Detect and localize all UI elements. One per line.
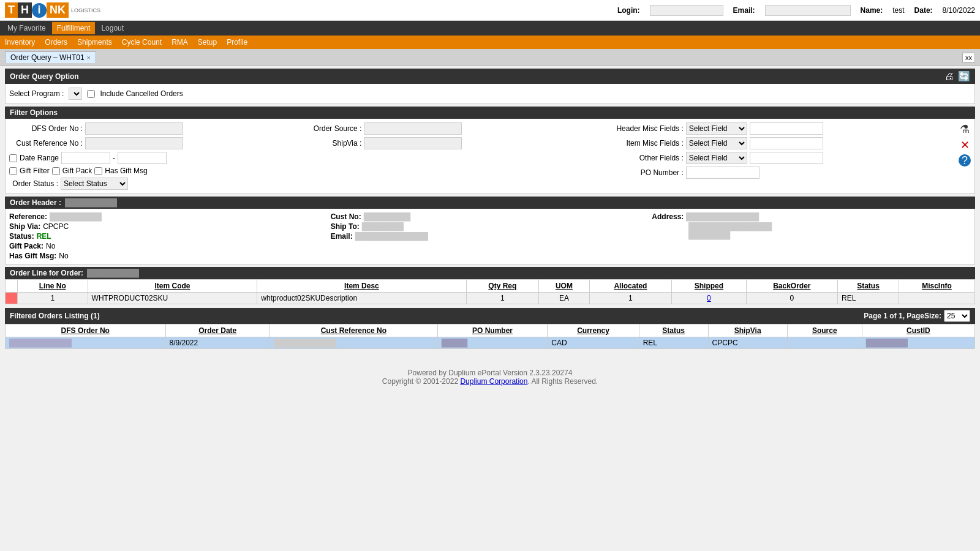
col-uom[interactable]: UOM — [539, 280, 589, 293]
col-line-no-label[interactable]: Line No — [18, 280, 88, 293]
email-input[interactable] — [765, 5, 851, 16]
col-source[interactable]: Source — [787, 324, 862, 337]
nav-inventory[interactable]: Inventory — [5, 37, 35, 48]
line-no: 1 — [18, 293, 88, 304]
col-item-code[interactable]: Item Code — [88, 280, 257, 293]
fo-source — [787, 337, 862, 349]
header-misc-input[interactable] — [750, 122, 823, 135]
date-range-to[interactable] — [118, 152, 167, 164]
nav-profile[interactable]: Profile — [227, 37, 247, 48]
item-misc-select[interactable]: Select Field — [686, 137, 747, 149]
line-backorder: 0 — [746, 293, 838, 304]
dfs-order-input[interactable] — [85, 122, 183, 135]
filter-icon[interactable]: ⚗ — [960, 122, 970, 136]
nav-setup[interactable]: Setup — [198, 37, 217, 48]
nav-fulfillment[interactable]: Fulfillment — [52, 22, 96, 34]
col-po-number[interactable]: PO Number — [437, 324, 548, 337]
logo: T H i NK LOGISTICS — [5, 2, 100, 18]
oh-cust-no-label: Cust No: — [331, 212, 361, 221]
top-bar: T H i NK LOGISTICS Login: Email: Name: t… — [0, 0, 980, 21]
col-order-date[interactable]: Order Date — [165, 324, 270, 337]
col-miscinfo[interactable]: MiscInfo — [899, 280, 974, 293]
include-cancelled-label: Include Cancelled Orders — [100, 89, 183, 98]
oh-address-value: ██████████████ — [686, 212, 759, 221]
col-allocated[interactable]: Allocated — [589, 280, 672, 293]
program-select[interactable] — [69, 88, 82, 100]
export-icon[interactable]: 🖨 — [944, 71, 954, 82]
filtered-orders-body: DFS Order No Order Date Cust Reference N… — [5, 324, 975, 349]
refresh-icon[interactable]: 🔄 — [958, 70, 970, 82]
ship-via-input[interactable] — [364, 137, 462, 149]
col-shipped[interactable]: Shipped — [672, 280, 746, 293]
header-misc-select[interactable]: Select Field — [686, 122, 747, 135]
nav-logout[interactable]: Logout — [96, 22, 129, 34]
po-number-input[interactable] — [686, 167, 760, 179]
tab-order-query[interactable]: Order Query – WHT01 × — [5, 51, 96, 63]
filtered-orders-title: Filtered Orders Listing (1) — [10, 312, 100, 320]
date-range-checkbox[interactable] — [9, 154, 17, 162]
clear-filter-icon[interactable]: ✕ — [960, 138, 970, 152]
oqo-right-icons: 🖨 🔄 — [944, 70, 970, 82]
line-qty-req: 1 — [466, 293, 539, 304]
col-status[interactable]: Status — [838, 280, 899, 293]
logo-i: i — [32, 3, 47, 18]
line-miscinfo — [899, 293, 974, 304]
nav-orders[interactable]: Orders — [45, 37, 67, 48]
gift-filter-checkbox[interactable] — [9, 167, 17, 175]
help-icon[interactable]: ? — [959, 154, 971, 167]
include-cancelled-checkbox[interactable] — [87, 90, 95, 98]
date-range-label: Date Range — [20, 154, 59, 162]
order-line-table: Line No Item Code Item Desc Qty Req UOM … — [5, 279, 975, 304]
col-line-no[interactable] — [6, 280, 18, 293]
cust-ref-input[interactable] — [85, 137, 183, 149]
other-fields-input[interactable] — [750, 152, 823, 164]
header-misc-label: Header Misc Fields : — [604, 124, 684, 133]
tab-xx-button[interactable]: xx — [962, 53, 975, 62]
order-line-section: Order Line for Order: ██████████ Line No… — [5, 267, 975, 304]
filtered-orders-header: Filtered Orders Listing (1) Page 1 of 1,… — [5, 308, 975, 324]
page-size-select[interactable]: 25 50 100 — [944, 310, 970, 322]
cust-ref-row: Cust Reference No : — [9, 137, 296, 149]
col-item-desc[interactable]: Item Desc — [257, 280, 466, 293]
item-misc-input[interactable] — [750, 137, 823, 149]
name-value: test — [892, 6, 904, 15]
fo-status: REL — [639, 337, 708, 349]
nav-cycle-count[interactable]: Cycle Count — [122, 37, 162, 48]
col-dfs-order-no[interactable]: DFS Order No — [6, 324, 166, 337]
col-backorder[interactable]: BackOrder — [746, 280, 838, 293]
date-range-dash: - — [113, 154, 115, 162]
fo-dfs-order-no[interactable]: ████████████ — [6, 337, 166, 349]
order-line-title-bar: Order Line for Order: ██████████ — [5, 267, 975, 279]
tab-close-icon[interactable]: × — [87, 54, 91, 61]
oh-ship-via-label: Ship Via: — [9, 222, 40, 231]
filtered-orders-row[interactable]: ████████████ 8/9/2022 ████████████ █████… — [6, 337, 975, 349]
filter-options-row: DFS Order No : Cust Reference No : Date … — [9, 122, 971, 190]
header-info: Login: Email: Name: test Date: 8/10/2022 — [617, 5, 975, 16]
order-header-mid: Cust No: █████████ Ship To: ████████ Ema… — [331, 212, 650, 260]
fo-currency: CAD — [548, 337, 639, 349]
col-cust-ref-no[interactable]: Cust Reference No — [270, 324, 438, 337]
has-gift-msg-checkbox[interactable] — [94, 167, 102, 175]
oh-ship-to-label: Ship To: — [331, 222, 360, 231]
oh-status-label: Status: — [9, 232, 34, 241]
col-qty-req[interactable]: Qty Req — [466, 280, 539, 293]
nav-rma[interactable]: RMA — [172, 37, 188, 48]
other-fields-select[interactable]: Select Field — [686, 152, 747, 164]
gift-pack-checkbox[interactable] — [52, 167, 60, 175]
nav-my-favorite[interactable]: My Favorite — [2, 22, 51, 34]
order-source-input[interactable] — [364, 122, 462, 135]
program-row: Select Program : Include Cancelled Order… — [9, 88, 971, 100]
col-fo-status[interactable]: Status — [639, 324, 708, 337]
footer-link[interactable]: Duplium Corporation — [460, 377, 527, 386]
col-shipvia[interactable]: ShipVia — [708, 324, 787, 337]
logo-t: T — [5, 2, 18, 18]
order-header-title: Order Header : — [10, 198, 61, 207]
col-currency[interactable]: Currency — [548, 324, 639, 337]
order-status-select[interactable]: Select Status REL HOLD CANC — [61, 178, 128, 190]
date-range-from[interactable] — [61, 152, 110, 164]
oh-status-row: Status: REL — [9, 232, 328, 241]
nav-shipments[interactable]: Shipments — [77, 37, 112, 48]
login-input[interactable] — [650, 5, 723, 16]
order-header-section: Order Header : ██████████ Reference: ███… — [5, 197, 975, 264]
col-custid[interactable]: CustID — [862, 324, 974, 337]
